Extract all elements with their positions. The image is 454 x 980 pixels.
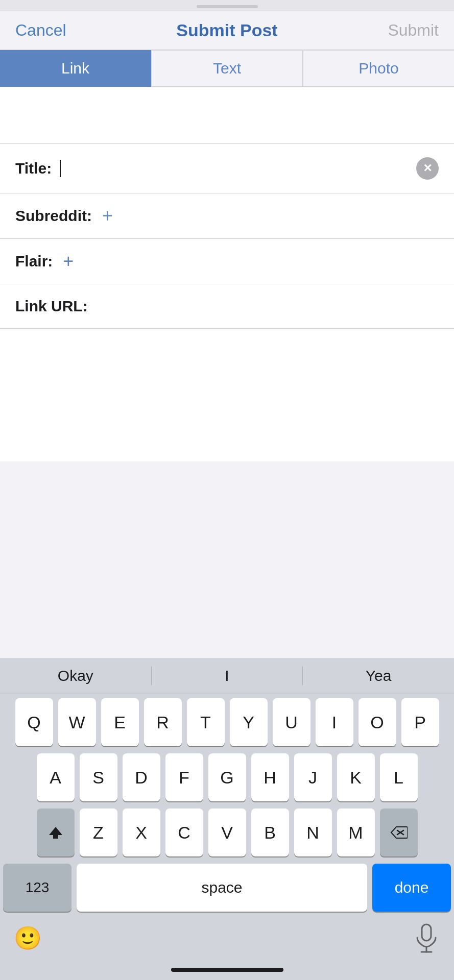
mic-button[interactable] — [406, 918, 447, 959]
numbers-key[interactable]: 123 — [3, 864, 71, 912]
mic-icon — [415, 923, 438, 953]
key-v[interactable]: V — [208, 808, 246, 856]
key-x[interactable]: X — [123, 808, 160, 856]
key-g[interactable]: G — [208, 753, 246, 801]
suggestion-i[interactable]: I — [152, 665, 303, 687]
flair-label: Flair: — [15, 253, 53, 270]
key-l[interactable]: L — [380, 753, 418, 801]
backspace-key[interactable] — [380, 808, 418, 856]
flair-add-button[interactable]: + — [63, 252, 74, 271]
text-cursor — [60, 160, 61, 177]
keyboard-bottom-row: 🙂 — [0, 914, 454, 964]
key-k[interactable]: K — [337, 753, 375, 801]
drag-bar-container — [0, 0, 454, 11]
key-q[interactable]: Q — [15, 698, 53, 746]
key-o[interactable]: O — [359, 698, 396, 746]
title-label: Title: — [15, 160, 52, 177]
key-u[interactable]: U — [273, 698, 310, 746]
space-key[interactable]: space — [77, 864, 367, 912]
svg-rect-0 — [422, 924, 431, 941]
page-title: Submit Post — [66, 20, 388, 40]
key-b[interactable]: B — [251, 808, 289, 856]
home-indicator — [0, 964, 454, 980]
key-w[interactable]: W — [58, 698, 96, 746]
tab-link[interactable]: Link — [0, 50, 151, 87]
clear-title-button[interactable]: ✕ — [416, 157, 439, 180]
tab-text[interactable]: Text — [151, 50, 303, 87]
shift-key[interactable] — [37, 808, 75, 856]
key-t[interactable]: T — [187, 698, 225, 746]
drag-bar — [197, 5, 258, 8]
link-url-label: Link URL: — [15, 298, 88, 315]
key-row-1: Q W E R T Y U I O P — [3, 698, 451, 746]
key-h[interactable]: H — [251, 753, 289, 801]
key-i[interactable]: I — [316, 698, 353, 746]
key-row-4: 123 space done — [3, 864, 451, 912]
key-a[interactable]: A — [37, 753, 75, 801]
tab-photo[interactable]: Photo — [303, 50, 454, 87]
key-y[interactable]: Y — [230, 698, 268, 746]
key-p[interactable]: P — [401, 698, 439, 746]
form-area: Title: ✕ Subreddit: + Flair: + Link URL: — [0, 143, 454, 329]
title-input-area[interactable] — [58, 160, 416, 177]
key-m[interactable]: M — [337, 808, 375, 856]
key-j[interactable]: J — [294, 753, 332, 801]
keyboard-suggestions: Okay I Yea — [0, 658, 454, 694]
key-n[interactable]: N — [294, 808, 332, 856]
title-row: Title: ✕ — [0, 143, 454, 193]
home-bar — [171, 968, 283, 972]
key-f[interactable]: F — [165, 753, 203, 801]
key-s[interactable]: S — [80, 753, 117, 801]
keyboard: Okay I Yea Q W E R T Y U I O P A S D F G… — [0, 658, 454, 980]
link-url-row: Link URL: — [0, 284, 454, 329]
nav-header: Cancel Submit Post Submit — [0, 11, 454, 50]
subreddit-label: Subreddit: — [15, 207, 92, 225]
subreddit-add-button[interactable]: + — [102, 207, 113, 225]
done-key[interactable]: done — [372, 864, 451, 912]
key-e[interactable]: E — [101, 698, 139, 746]
key-row-2: A S D F G H J K L — [3, 753, 451, 801]
key-c[interactable]: C — [165, 808, 203, 856]
submit-button[interactable]: Submit — [388, 21, 439, 40]
tab-bar: Link Text Photo — [0, 50, 454, 87]
flair-row: Flair: + — [0, 239, 454, 284]
emoji-button[interactable]: 🙂 — [7, 918, 48, 959]
empty-space — [0, 87, 454, 143]
subreddit-row: Subreddit: + — [0, 193, 454, 239]
content-area — [0, 329, 454, 461]
key-r[interactable]: R — [144, 698, 182, 746]
keyboard-rows: Q W E R T Y U I O P A S D F G H J K L — [0, 694, 454, 914]
emoji-icon: 🙂 — [14, 925, 42, 951]
key-row-3: Z X C V B N M — [3, 808, 451, 856]
key-z[interactable]: Z — [80, 808, 117, 856]
cancel-button[interactable]: Cancel — [15, 21, 66, 40]
suggestion-okay[interactable]: Okay — [0, 665, 151, 687]
suggestion-yea[interactable]: Yea — [303, 665, 454, 687]
key-d[interactable]: D — [123, 753, 160, 801]
